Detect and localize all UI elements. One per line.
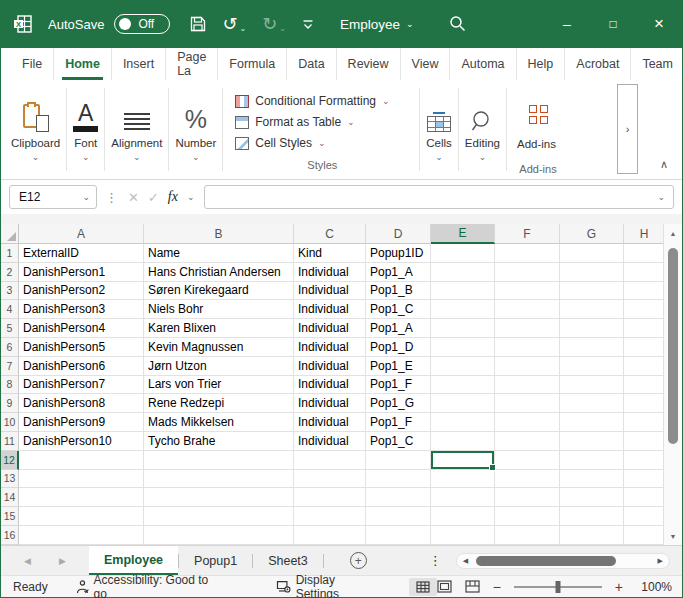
- row-header-15[interactable]: 15: [1, 507, 19, 526]
- cell-B9[interactable]: Rene Redzepi: [144, 394, 294, 413]
- cell-E1[interactable]: [431, 244, 495, 263]
- cell-A15[interactable]: [19, 507, 144, 526]
- cell-H5[interactable]: [624, 319, 665, 338]
- undo-dropdown-icon[interactable]: ⌄: [239, 25, 246, 33]
- editing-group-button[interactable]: Editing ⌄: [459, 80, 506, 179]
- cell-F12[interactable]: [495, 451, 560, 470]
- cell-F2[interactable]: [495, 263, 560, 282]
- cell-D5[interactable]: Pop1_A: [366, 319, 431, 338]
- column-header-H[interactable]: H: [624, 224, 665, 244]
- row-header-14[interactable]: 14: [1, 488, 19, 507]
- cell-A14[interactable]: [19, 488, 144, 507]
- cell-D9[interactable]: Pop1_G: [366, 394, 431, 413]
- cell-H12[interactable]: [624, 451, 665, 470]
- zoom-slider-thumb[interactable]: [555, 581, 560, 593]
- cell-E12[interactable]: [431, 451, 495, 470]
- cell-D2[interactable]: Pop1_A: [366, 263, 431, 282]
- ribbon-tab-automa[interactable]: Automa: [449, 48, 515, 80]
- select-all-button[interactable]: [1, 224, 19, 244]
- zoom-level[interactable]: 100%: [636, 580, 672, 594]
- cell-G12[interactable]: [560, 451, 624, 470]
- accessibility-status-button[interactable]: Accessibility: Good to go: [76, 573, 224, 598]
- document-title[interactable]: Employee ⌄: [340, 17, 414, 32]
- cell-F11[interactable]: [495, 432, 560, 451]
- cell-D4[interactable]: Pop1_C: [366, 300, 431, 319]
- autosave-toggle[interactable]: Off: [114, 14, 170, 34]
- insert-function-button[interactable]: fx: [168, 189, 178, 205]
- column-header-C[interactable]: C: [294, 224, 366, 244]
- cell-F10[interactable]: [495, 413, 560, 432]
- column-header-A[interactable]: A: [19, 224, 144, 244]
- row-header-6[interactable]: 6: [1, 338, 19, 357]
- cell-H1[interactable]: [624, 244, 665, 263]
- cell-C9[interactable]: Individual: [294, 394, 366, 413]
- cell-F15[interactable]: [495, 507, 560, 526]
- row-header-12[interactable]: 12: [1, 451, 19, 470]
- sheet-tab-employee[interactable]: Employee: [89, 546, 178, 575]
- row-header-2[interactable]: 2: [1, 263, 19, 282]
- cell-B6[interactable]: Kevin Magnussen: [144, 338, 294, 357]
- cell-D7[interactable]: Pop1_E: [366, 357, 431, 376]
- cell-G4[interactable]: [560, 300, 624, 319]
- row-header-13[interactable]: 13: [1, 470, 19, 489]
- search-icon[interactable]: [449, 15, 466, 35]
- vertical-scrollbar[interactable]: ▲ ▼: [663, 224, 682, 545]
- add-sheet-button[interactable]: +: [350, 552, 367, 569]
- cell-B4[interactable]: Niels Bohr: [144, 300, 294, 319]
- maximize-button[interactable]: □: [590, 0, 636, 48]
- cell-D14[interactable]: [366, 488, 431, 507]
- cell-F13[interactable]: [495, 470, 560, 489]
- scroll-up-icon[interactable]: ▲: [664, 224, 682, 242]
- cell-B2[interactable]: Hans Christian Andersen: [144, 263, 294, 282]
- cell-D1[interactable]: Popup1ID: [366, 244, 431, 263]
- cell-G7[interactable]: [560, 357, 624, 376]
- cell-G3[interactable]: [560, 282, 624, 301]
- clipboard-group-button[interactable]: Clipboard ⌄: [5, 80, 66, 179]
- cell-E6[interactable]: [431, 338, 495, 357]
- cell-A10[interactable]: DanishPerson9: [19, 413, 144, 432]
- sheet-tab-sheet3[interactable]: Sheet3: [253, 546, 323, 575]
- cell-G11[interactable]: [560, 432, 624, 451]
- column-header-F[interactable]: F: [495, 224, 560, 244]
- cell-H7[interactable]: [624, 357, 665, 376]
- cell-E9[interactable]: [431, 394, 495, 413]
- zoom-in-button[interactable]: +: [615, 579, 623, 595]
- ribbon-tab-file[interactable]: File: [11, 48, 53, 80]
- cell-D6[interactable]: Pop1_D: [366, 338, 431, 357]
- formula-input[interactable]: ⌄: [204, 185, 674, 209]
- vertical-scrollbar-thumb[interactable]: [668, 248, 678, 444]
- cell-E2[interactable]: [431, 263, 495, 282]
- row-header-10[interactable]: 10: [1, 413, 19, 432]
- cell-H3[interactable]: [624, 282, 665, 301]
- scroll-left-icon[interactable]: ◀: [463, 557, 468, 565]
- column-header-D[interactable]: D: [366, 224, 431, 244]
- cell-C8[interactable]: Individual: [294, 376, 366, 395]
- ribbon-tab-acrobat[interactable]: Acrobat: [564, 48, 630, 80]
- formula-bar-expand-icon[interactable]: ⌄: [657, 193, 665, 202]
- cell-B8[interactable]: Lars von Trier: [144, 376, 294, 395]
- cell-H2[interactable]: [624, 263, 665, 282]
- undo-button[interactable]: ↺ ⌄: [222, 15, 246, 33]
- name-box[interactable]: E12 ⌄: [9, 185, 97, 209]
- cell-G13[interactable]: [560, 470, 624, 489]
- cell-A7[interactable]: DanishPerson6: [19, 357, 144, 376]
- row-header-1[interactable]: 1: [1, 244, 19, 263]
- cell-D3[interactable]: Pop1_B: [366, 282, 431, 301]
- cell-A8[interactable]: DanishPerson7: [19, 376, 144, 395]
- cell-F8[interactable]: [495, 376, 560, 395]
- cell-E11[interactable]: [431, 432, 495, 451]
- ribbon-tab-home[interactable]: Home: [53, 48, 111, 80]
- cell-F4[interactable]: [495, 300, 560, 319]
- cell-H6[interactable]: [624, 338, 665, 357]
- cell-F1[interactable]: [495, 244, 560, 263]
- cell-B14[interactable]: [144, 488, 294, 507]
- cell-G14[interactable]: [560, 488, 624, 507]
- cell-E8[interactable]: [431, 376, 495, 395]
- ribbon-tab-view[interactable]: View: [400, 48, 450, 80]
- cell-F16[interactable]: [495, 526, 560, 545]
- row-header-9[interactable]: 9: [1, 394, 19, 413]
- scroll-down-icon[interactable]: ▼: [664, 527, 682, 545]
- ribbon-tab-insert[interactable]: Insert: [111, 48, 165, 80]
- zoom-out-button[interactable]: −: [493, 579, 501, 595]
- cell-C1[interactable]: Kind: [294, 244, 366, 263]
